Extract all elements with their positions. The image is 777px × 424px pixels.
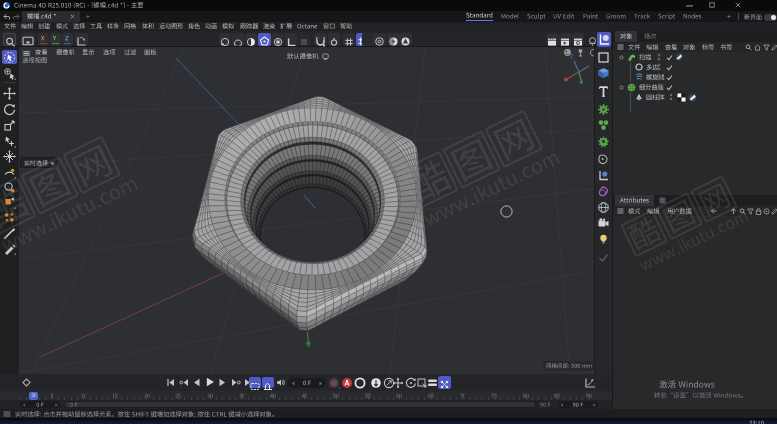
object-row-helix[interactable]: [613, 72, 777, 82]
coordinate-system-button[interactable]: [75, 33, 88, 46]
menu-extensions[interactable]: [280, 23, 292, 29]
layout-tab-model[interactable]: [501, 13, 519, 19]
polygon-pen-tool[interactable]: [2, 195, 17, 209]
new-ui-toggle[interactable]: [764, 14, 777, 21]
status-menu-icon[interactable]: [3, 411, 11, 417]
maximize-icon[interactable]: [709, 2, 715, 8]
sound-button[interactable]: [276, 378, 285, 387]
layout-tab-script[interactable]: [658, 13, 675, 19]
menu-animate[interactable]: [205, 23, 217, 29]
menu-render[interactable]: [263, 23, 275, 29]
menu-volume[interactable]: [142, 23, 154, 29]
subdivision-surface-button[interactable]: [597, 102, 611, 116]
range-end-spinner[interactable]: [558, 401, 598, 408]
range-scrollbar-thumb[interactable]: [65, 402, 535, 407]
om-menu-view[interactable]: [665, 44, 677, 50]
menu-window[interactable]: [323, 23, 335, 29]
attr-burger-icon[interactable]: [617, 208, 624, 214]
viewport-solo-button[interactable]: [21, 33, 35, 46]
move-tool[interactable]: [2, 86, 17, 100]
uvw-tag-icon[interactable]: [677, 93, 686, 102]
points-mode-button[interactable]: [258, 33, 271, 46]
cloner-button[interactable]: [597, 118, 611, 132]
attr-back-icon[interactable]: [710, 208, 717, 214]
viewport-menu-camera[interactable]: [56, 49, 75, 55]
enabled-check-icon[interactable]: [666, 74, 673, 81]
om-home-icon[interactable]: [754, 44, 761, 51]
phong-tag-icon[interactable]: [675, 53, 683, 61]
enable-snap-button[interactable]: [314, 33, 327, 46]
keyframe-diamond-icon[interactable]: [22, 378, 31, 387]
enabled-check-icon[interactable]: [666, 54, 673, 61]
attr-search-icon[interactable]: [739, 208, 746, 215]
autokey-button[interactable]: [341, 377, 353, 389]
attr-layer-icon[interactable]: [659, 197, 666, 204]
visibility-dots[interactable]: [655, 53, 663, 61]
viewport-menu-icon[interactable]: [22, 50, 31, 57]
om-edit-icon[interactable]: [771, 44, 777, 51]
tool-hud[interactable]: [20, 157, 57, 168]
param-level-button[interactable]: [427, 378, 438, 388]
menu-tools[interactable]: [90, 23, 102, 29]
timeline-window-icon[interactable]: [584, 377, 596, 389]
attr-edit-icon[interactable]: [771, 208, 777, 215]
next-frame-button[interactable]: [218, 378, 227, 387]
menu-help[interactable]: [340, 23, 352, 29]
dot-pair-icon[interactable]: [667, 93, 675, 101]
range-scrollbar[interactable]: [64, 401, 536, 408]
render-settings-button[interactable]: [572, 33, 584, 46]
preview-range-button[interactable]: [262, 377, 274, 388]
play-button[interactable]: [205, 377, 215, 387]
layout-tab-standard[interactable]: [466, 12, 493, 20]
om-search-icon[interactable]: [745, 44, 752, 51]
prev-frame-button[interactable]: [192, 378, 201, 387]
model-mode-button[interactable]: [219, 33, 231, 46]
menu-spline[interactable]: [107, 23, 119, 29]
lock-z-axis-button[interactable]: [62, 33, 73, 46]
object-row-sds[interactable]: [613, 82, 777, 92]
tab-takes[interactable]: [639, 31, 661, 42]
goto-start-button[interactable]: [166, 378, 175, 387]
redo-icon[interactable]: [12, 13, 20, 20]
prev-key-button[interactable]: [179, 378, 189, 387]
viewport-menu-panel[interactable]: [144, 49, 157, 55]
menu-select[interactable]: [73, 23, 85, 29]
tab-attributes[interactable]: [615, 195, 654, 206]
menu-simulate[interactable]: [222, 23, 234, 29]
om-menu-objects[interactable]: [683, 44, 695, 50]
workplane-mode-button[interactable]: [245, 33, 257, 46]
render-to-picture-viewer-button[interactable]: [559, 33, 571, 46]
attr-menu-edit[interactable]: [647, 208, 659, 214]
spline-pen-button[interactable]: [597, 50, 611, 64]
current-frame-field[interactable]: [288, 378, 326, 388]
om-menu-bookmarks[interactable]: [720, 44, 732, 50]
snap-arc-tool[interactable]: [2, 165, 17, 179]
lock-y-axis-button[interactable]: [50, 33, 61, 46]
object-row-sweep[interactable]: [613, 52, 777, 62]
record-position-button[interactable]: [370, 377, 382, 389]
keyframe-selection-button[interactable]: [354, 377, 366, 389]
layout-tab-sculpt[interactable]: [527, 13, 546, 19]
object-row-nside[interactable]: [613, 62, 777, 72]
timeline-ruler[interactable]: [0, 391, 612, 400]
attr-filter-icon[interactable]: [747, 208, 754, 215]
om-menu-edit[interactable]: [646, 44, 658, 50]
commander-search-button[interactable]: [3, 33, 16, 46]
viewport-3d[interactable]: .f1{fill:rgb(31,31,33);stroke:rgb(17,17,…: [19, 47, 594, 374]
deformer-button[interactable]: [597, 184, 611, 198]
menu-create[interactable]: [38, 23, 50, 29]
menu-mesh[interactable]: [124, 23, 136, 29]
visibility-dots[interactable]: [655, 83, 663, 91]
viewport-menu-view[interactable]: [35, 49, 48, 55]
enabled-check-icon[interactable]: [666, 64, 673, 71]
menu-tracker[interactable]: [240, 23, 258, 29]
playhead[interactable]: [29, 392, 38, 400]
light-button[interactable]: [597, 232, 611, 246]
expander-icon[interactable]: [619, 85, 624, 90]
volume-button[interactable]: [597, 152, 611, 166]
texture-mode-button[interactable]: [232, 33, 244, 46]
phong-tag-icon[interactable]: [688, 93, 697, 102]
primitive-cube-button[interactable]: [597, 66, 611, 80]
attr-pin-icon[interactable]: [763, 208, 770, 215]
attr-up-icon[interactable]: [730, 208, 737, 215]
